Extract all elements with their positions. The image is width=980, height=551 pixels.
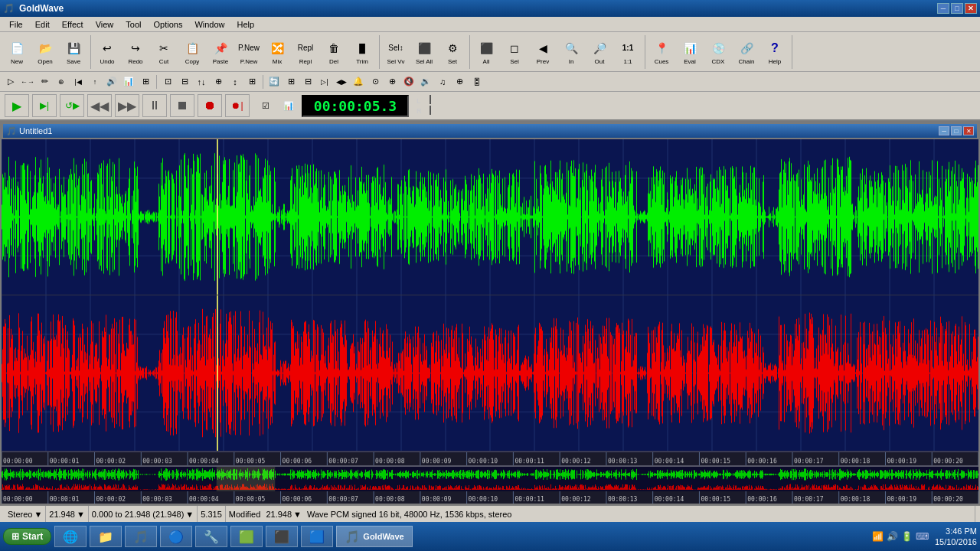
prev-button[interactable]: ◀Prev	[529, 35, 557, 69]
zoom-11-button[interactable]: 1:11:1	[614, 35, 642, 69]
selall-button[interactable]: ⬛Sel All	[410, 35, 438, 69]
menu-tool[interactable]: Tool	[119, 19, 147, 30]
tb2-btn-8[interactable]: 📊	[121, 74, 136, 90]
tb2-btn-5[interactable]: |◀	[70, 74, 86, 90]
tb2-btn-22[interactable]: ⊙	[368, 74, 383, 90]
pause-button[interactable]: ⏸	[142, 94, 167, 117]
forward-button[interactable]: ▶▶	[115, 94, 139, 117]
set-button[interactable]: ⚙Set	[439, 35, 466, 69]
tb2-btn-27[interactable]: ⊕	[452, 74, 467, 90]
play-button[interactable]: ▶	[5, 94, 29, 117]
taskbar-app-media[interactable]: 🎵	[125, 526, 157, 547]
tb2-btn-2[interactable]: ←→	[20, 74, 35, 90]
paste-button[interactable]: 📌Paste	[207, 35, 234, 69]
tb2-btn-26[interactable]: ♫	[435, 74, 450, 90]
selvv-button[interactable]: Sel↕Sel Vv	[382, 35, 410, 69]
tb2-btn-10[interactable]: ⊡	[160, 74, 175, 90]
record-button[interactable]: ⏺	[198, 94, 222, 117]
lower-waveform-canvas[interactable]	[2, 295, 978, 451]
taskbar-app-2[interactable]: 🟩	[230, 526, 263, 547]
cdx-button[interactable]: 💿CDX	[704, 35, 732, 69]
tb2-btn-25[interactable]: 🔉	[418, 74, 433, 90]
menu-file[interactable]: File	[3, 19, 29, 30]
rewind-button[interactable]: ◀◀	[87, 94, 112, 117]
sel-button[interactable]: ◻Sel	[501, 35, 528, 69]
stop-button[interactable]: ⏹	[170, 94, 194, 117]
record-sel-button[interactable]: ⏺|	[225, 94, 250, 117]
tb2-btn-4[interactable]: ⊕	[54, 74, 69, 90]
menu-options[interactable]: Options	[147, 19, 188, 30]
range-dropdown-icon[interactable]: ▼	[185, 510, 194, 519]
menu-effect[interactable]: Effect	[56, 19, 90, 30]
tb2-btn-16[interactable]: 🔄	[266, 74, 282, 90]
new-button[interactable]: 📄New	[3, 35, 31, 69]
extra-tools: 📍Cues 📊Eval 💿CDX 🔗Chain ?Help	[648, 35, 792, 69]
start-button[interactable]: ⊞ Start	[3, 528, 51, 545]
upper-waveform-canvas[interactable]	[2, 139, 978, 295]
tb2-btn-17[interactable]: ⊞	[283, 74, 299, 90]
menu-help[interactable]: Help	[231, 19, 261, 30]
tb2-btn-11[interactable]: ⊟	[177, 74, 192, 90]
taskbar-app-chrome[interactable]: 🔵	[160, 526, 192, 547]
view-tools: ⬛All ◻Sel ◀Prev 🔍In 🔎Out 1:11:1	[472, 35, 645, 69]
tb2-btn-21[interactable]: 🔔	[351, 74, 366, 90]
tb2-btn-18[interactable]: ⊟	[300, 74, 315, 90]
tb2-btn-12[interactable]: ↑↓	[194, 74, 209, 90]
pnew-button[interactable]: P.NewP.New	[235, 35, 263, 69]
trim-button[interactable]: ▐▌Trim	[348, 35, 376, 69]
duration2-dropdown-icon[interactable]: ▼	[293, 510, 302, 519]
tb2-btn-20[interactable]: ◀▶	[334, 74, 349, 90]
waveform-btn[interactable]: 📊	[279, 96, 299, 116]
duration-dropdown-icon[interactable]: ▼	[77, 510, 85, 519]
play-sel-button[interactable]: ▶|	[32, 94, 57, 117]
tb2-btn-28[interactable]: 🎛	[469, 74, 484, 90]
eval-button[interactable]: 📊Eval	[676, 35, 704, 69]
menu-view[interactable]: View	[90, 19, 120, 30]
zoom-out-button[interactable]: 🔎Out	[586, 35, 613, 69]
redo-button[interactable]: ↪Redo	[122, 35, 149, 69]
clock[interactable]: 3:46 PM 15/10/2016	[935, 526, 977, 548]
tb2-btn-13[interactable]: ⊕	[211, 74, 226, 90]
all-button[interactable]: ⬛All	[472, 35, 500, 69]
tb2-btn-23[interactable]: ⊕	[384, 74, 400, 90]
del-button[interactable]: 🗑Del	[320, 35, 348, 69]
undo-button[interactable]: ↩Undo	[93, 35, 121, 69]
tb2-btn-6[interactable]: ↑	[87, 74, 103, 90]
channel-dropdown-icon[interactable]: ▼	[34, 510, 42, 519]
menu-edit[interactable]: Edit	[29, 19, 56, 30]
play-loop-button[interactable]: ↺▶	[60, 94, 84, 117]
minimize-button[interactable]: ─	[937, 3, 949, 14]
taskbar-app-3[interactable]: ⬛	[266, 526, 298, 547]
tb2-btn-9[interactable]: ⊞	[138, 74, 153, 90]
chain-button[interactable]: 🔗Chain	[733, 35, 760, 69]
maximize-button[interactable]: □	[951, 3, 963, 14]
tb2-btn-1[interactable]: ▷	[3, 74, 18, 90]
tb2-btn-14[interactable]: ↕	[227, 74, 243, 90]
taskbar-app-1[interactable]: 🔧	[195, 526, 227, 547]
tb2-btn-7[interactable]: 🔊	[104, 74, 119, 90]
mix-button[interactable]: 🔀Mix	[263, 35, 291, 69]
tb2-btn-24[interactable]: 🔇	[401, 74, 416, 90]
menu-window[interactable]: Window	[188, 19, 230, 30]
save-button[interactable]: 💾Save	[60, 35, 87, 69]
taskbar-app-4[interactable]: 🟦	[301, 526, 333, 547]
taskbar-app-browser[interactable]: 🌐	[54, 526, 87, 547]
close-button[interactable]: ✕	[965, 3, 977, 14]
taskbar-app-explorer[interactable]: 📁	[90, 526, 122, 547]
open-button[interactable]: 📂Open	[31, 35, 59, 69]
cues-button[interactable]: 📍Cues	[648, 35, 675, 69]
tb2-btn-15[interactable]: ⊞	[244, 74, 260, 90]
repl-button[interactable]: ReplRepl	[292, 35, 319, 69]
tb2-btn-19[interactable]: ▷|	[317, 74, 332, 90]
tb2-btn-3[interactable]: ✏	[37, 74, 52, 90]
zoom-in-button[interactable]: 🔍In	[557, 35, 585, 69]
doc-minimize-button[interactable]: ─	[939, 126, 949, 135]
doc-close-button[interactable]: ✕	[963, 126, 974, 135]
monitor-btn[interactable]: ☑	[256, 96, 276, 116]
doc-maximize-button[interactable]: □	[951, 126, 962, 135]
help-button[interactable]: ?Help	[761, 35, 789, 69]
vu-right-channel	[430, 106, 431, 115]
copy-button[interactable]: 📋Copy	[178, 35, 206, 69]
cut-button[interactable]: ✂Cut	[150, 35, 178, 69]
taskbar-goldwave[interactable]: 🎵 GoldWave	[336, 526, 412, 547]
